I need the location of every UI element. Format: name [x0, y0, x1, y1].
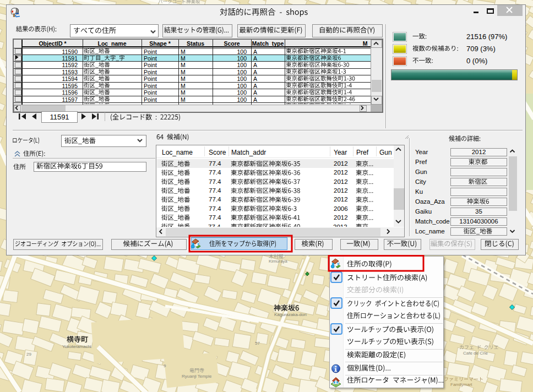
svg-text:Kagurazaka-dori: Kagurazaka-dori	[274, 312, 307, 317]
svg-text:57: 57	[255, 341, 260, 346]
svg-text:Ryuanji Temple: Ryuanji Temple	[182, 374, 212, 379]
svg-text:Cafe de Crie: Cafe de Crie	[463, 351, 488, 356]
svg-text:Kimuraya: Kimuraya	[269, 259, 287, 264]
svg-text:Familymart: Familymart	[450, 382, 472, 387]
svg-text:29: 29	[26, 352, 31, 357]
svg-text:9: 9	[164, 363, 166, 368]
svg-text:Yokoteramachi: Yokoteramachi	[62, 344, 91, 349]
